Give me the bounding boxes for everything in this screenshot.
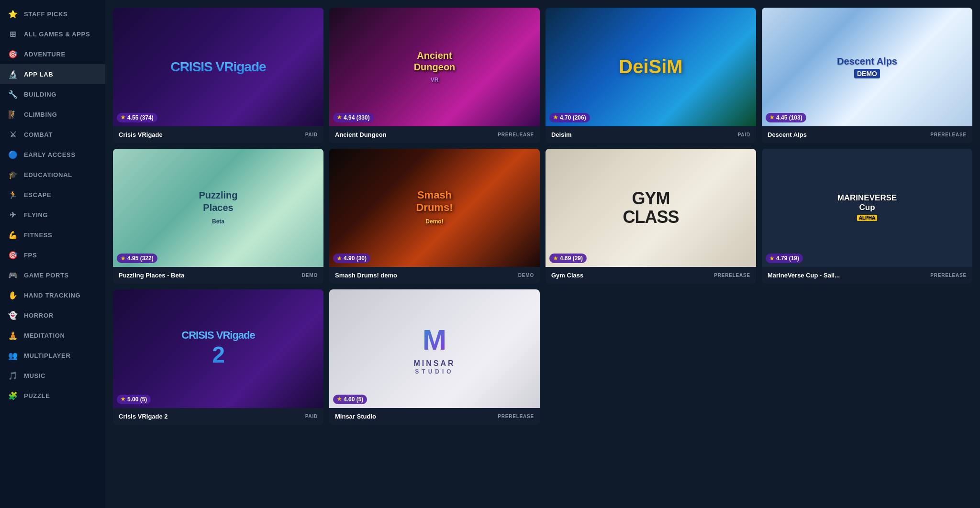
staff-picks-icon: ⭐ — [8, 9, 18, 19]
game-grid: CRISIS VRigade★ 4.55 (374)Crisis VRigade… — [113, 8, 972, 425]
sidebar-item-escape[interactable]: 🏃ESCAPE — [0, 185, 105, 205]
game-title-descent-alps: Descent Alps — [768, 131, 807, 138]
game-image-marineverse: MARINEVERSECupALPHA★ 4.79 (19) — [762, 149, 972, 267]
sidebar-label-escape: ESCAPE — [24, 191, 51, 199]
game-info-marineverse: MarineVerse Cup - Sail...PRERELEASE — [762, 267, 972, 284]
sidebar-item-climbing[interactable]: 🧗CLIMBING — [0, 104, 105, 124]
game-tag-deisim: PAID — [738, 132, 750, 137]
star-icon: ★ — [769, 255, 774, 262]
sidebar: ⭐STAFF PICKS⊞ALL GAMES & APPS🎯ADVENTURE🔬… — [0, 0, 105, 508]
game-ports-icon: 🎮 — [8, 270, 18, 280]
fitness-icon: 💪 — [8, 230, 18, 240]
all-games-icon: ⊞ — [8, 29, 18, 39]
game-card-marineverse[interactable]: MARINEVERSECupALPHA★ 4.79 (19)MarineVers… — [762, 149, 972, 284]
sidebar-label-hand-tracking: HAND TRACKING — [24, 292, 80, 299]
rating-badge-smash-drums: ★ 4.90 (30) — [333, 254, 370, 263]
sidebar-item-game-ports[interactable]: 🎮GAME PORTS — [0, 265, 105, 285]
music-icon: 🎵 — [8, 370, 18, 381]
sidebar-item-app-lab[interactable]: 🔬APP LAB — [0, 64, 105, 84]
escape-icon: 🏃 — [8, 189, 18, 200]
educational-icon: 🎓 — [8, 169, 18, 180]
game-card-minsar-studio[interactable]: MMINSARSTUDIO★ 4.60 (5)Minsar StudioPRER… — [329, 289, 540, 425]
game-image-crisis-vrigade2: CRISIS VRigade2★ 5.00 (5) — [113, 289, 323, 408]
sidebar-item-building[interactable]: 🔧BUILDING — [0, 84, 105, 104]
sidebar-item-music[interactable]: 🎵MUSIC — [0, 365, 105, 386]
sidebar-item-multiplayer[interactable]: 👥MULTIPLAYER — [0, 345, 105, 365]
rating-badge-crisis-vrigade: ★ 4.55 (374) — [117, 113, 157, 122]
sidebar-item-educational[interactable]: 🎓EDUCATIONAL — [0, 165, 105, 185]
star-icon: ★ — [337, 255, 342, 262]
combat-icon: ⚔ — [8, 129, 18, 140]
game-title-crisis-vrigade: Crisis VRigade — [119, 131, 163, 138]
game-tag-puzzling-places: DEMO — [302, 273, 318, 278]
sidebar-label-flying: FLYING — [24, 211, 48, 219]
game-info-crisis-vrigade: Crisis VRigadePAID — [113, 126, 323, 143]
multiplayer-icon: 👥 — [8, 350, 18, 361]
game-tag-minsar-studio: PRERELEASE — [498, 414, 534, 419]
game-image-ancient-dungeon: AncientDungeonVR★ 4.94 (330) — [329, 8, 540, 126]
adventure-icon: 🎯 — [8, 49, 18, 59]
sidebar-label-meditation: MEDITATION — [24, 332, 65, 339]
game-card-crisis-vrigade2[interactable]: CRISIS VRigade2★ 5.00 (5)Crisis VRigade … — [113, 289, 323, 425]
sidebar-item-early-access[interactable]: 🔵EARLY ACCESS — [0, 144, 105, 165]
sidebar-item-horror[interactable]: 👻HORROR — [0, 305, 105, 325]
sidebar-item-puzzle[interactable]: 🧩PUZZLE — [0, 386, 105, 406]
game-card-deisim[interactable]: DeiSiM★ 4.70 (206)DeisimPAID — [546, 8, 756, 143]
sidebar-item-combat[interactable]: ⚔COMBAT — [0, 124, 105, 144]
sidebar-label-staff-picks: STAFF PICKS — [24, 11, 67, 18]
sidebar-item-flying[interactable]: ✈FLYING — [0, 205, 105, 225]
star-icon: ★ — [121, 114, 125, 121]
sidebar-label-educational: EDUCATIONAL — [24, 171, 72, 178]
sidebar-label-combat: COMBAT — [24, 131, 53, 138]
star-icon: ★ — [121, 396, 125, 402]
main-content: CRISIS VRigade★ 4.55 (374)Crisis VRigade… — [105, 0, 980, 508]
game-card-gym-class[interactable]: GYMCLASS★ 4.69 (29)Gym ClassPRERELEASE — [546, 149, 756, 284]
sidebar-label-adventure: ADVENTURE — [24, 51, 66, 58]
star-icon: ★ — [337, 114, 342, 121]
game-tag-crisis-vrigade2: PAID — [305, 414, 318, 419]
sidebar-label-puzzle: PUZZLE — [24, 392, 50, 399]
game-card-ancient-dungeon[interactable]: AncientDungeonVR★ 4.94 (330)Ancient Dung… — [329, 8, 540, 143]
sidebar-label-early-access: EARLY ACCESS — [24, 151, 76, 158]
game-image-deisim: DeiSiM★ 4.70 (206) — [546, 8, 756, 126]
game-image-descent-alps: Descent AlpsDEMO★ 4.45 (103) — [762, 8, 972, 126]
sidebar-item-hand-tracking[interactable]: ✋HAND TRACKING — [0, 285, 105, 305]
puzzle-icon: 🧩 — [8, 390, 18, 401]
sidebar-item-all-games[interactable]: ⊞ALL GAMES & APPS — [0, 24, 105, 44]
rating-badge-gym-class: ★ 4.69 (29) — [549, 254, 587, 263]
sidebar-item-adventure[interactable]: 🎯ADVENTURE — [0, 44, 105, 64]
rating-badge-marineverse: ★ 4.79 (19) — [766, 254, 803, 263]
game-title-deisim: Deisim — [551, 131, 572, 138]
game-title-puzzling-places: Puzzling Places - Beta — [119, 272, 184, 279]
rating-badge-deisim: ★ 4.70 (206) — [549, 113, 590, 122]
game-card-smash-drums[interactable]: SmashDrums!Demo!★ 4.90 (30)Smash Drums! … — [329, 149, 540, 284]
game-title-marineverse: MarineVerse Cup - Sail... — [768, 272, 840, 279]
rating-badge-crisis-vrigade2: ★ 5.00 (5) — [117, 395, 151, 404]
sidebar-item-fps[interactable]: 🎯FPS — [0, 245, 105, 265]
game-tag-ancient-dungeon: PRERELEASE — [498, 132, 534, 137]
star-icon: ★ — [121, 255, 125, 262]
game-tag-marineverse: PRERELEASE — [930, 273, 967, 278]
game-info-deisim: DeisimPAID — [546, 126, 756, 143]
game-card-puzzling-places[interactable]: PuzzlingPlacesBeta★ 4.95 (322)Puzzling P… — [113, 149, 323, 284]
game-tag-descent-alps: PRERELEASE — [930, 132, 967, 137]
flying-icon: ✈ — [8, 210, 18, 220]
sidebar-item-staff-picks[interactable]: ⭐STAFF PICKS — [0, 4, 105, 24]
star-icon: ★ — [769, 114, 774, 121]
sidebar-item-meditation[interactable]: 🧘MEDITATION — [0, 325, 105, 345]
hand-tracking-icon: ✋ — [8, 290, 18, 300]
star-icon: ★ — [553, 255, 558, 262]
sidebar-label-building: BUILDING — [24, 91, 56, 98]
game-image-gym-class: GYMCLASS★ 4.69 (29) — [546, 149, 756, 267]
game-card-crisis-vrigade[interactable]: CRISIS VRigade★ 4.55 (374)Crisis VRigade… — [113, 8, 323, 143]
sidebar-item-fitness[interactable]: 💪FITNESS — [0, 225, 105, 245]
sidebar-label-climbing: CLIMBING — [24, 111, 57, 118]
horror-icon: 👻 — [8, 310, 18, 320]
sidebar-label-music: MUSIC — [24, 372, 45, 379]
game-tag-crisis-vrigade: PAID — [305, 132, 318, 137]
game-card-descent-alps[interactable]: Descent AlpsDEMO★ 4.45 (103)Descent Alps… — [762, 8, 972, 143]
rating-badge-descent-alps: ★ 4.45 (103) — [766, 113, 806, 122]
game-info-ancient-dungeon: Ancient DungeonPRERELEASE — [329, 126, 540, 143]
early-access-icon: 🔵 — [8, 149, 18, 160]
sidebar-label-game-ports: GAME PORTS — [24, 272, 69, 279]
